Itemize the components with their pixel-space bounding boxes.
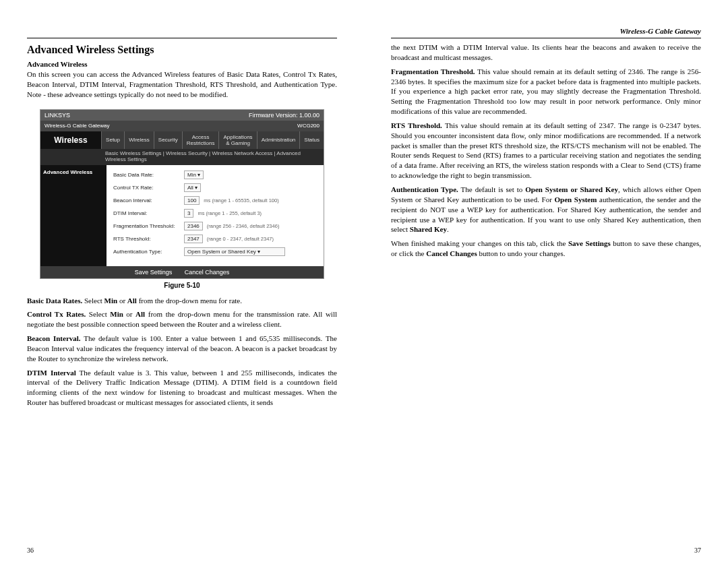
p-continuation: the next DTIM with a DTIM Interval value…: [391, 42, 701, 63]
router-footer: Save Settings Cancel Changes: [40, 266, 324, 278]
select-basic-rate[interactable]: Min ▾: [184, 170, 204, 179]
frag-label: Fragmentation Threshold.: [391, 67, 475, 75]
router-section-label: Wireless: [40, 131, 101, 149]
router-form: Basic Data Rate: Min ▾ Control TX Rate: …: [107, 165, 324, 266]
page-number-right: 37: [694, 547, 701, 554]
figure-caption: Figure 5-10: [27, 282, 337, 289]
tab-security[interactable]: Security: [154, 131, 182, 149]
left-body: Basic Data Rates. Select Min or All from…: [27, 296, 337, 412]
row-dtim: DTIM Interval: 3 ms (range 1 - 255, defa…: [113, 209, 317, 218]
hint-dtim: ms (range 1 - 255, default 3): [198, 210, 262, 216]
cancel-changes-button[interactable]: Cancel Changes: [185, 269, 230, 276]
row-control-tx: Control TX Rate: All ▾: [113, 183, 317, 192]
p-control-tx-rates: Control Tx Rates. Select Min or All from…: [27, 309, 337, 330]
auth-label: Authentication Type.: [391, 185, 458, 193]
p-dtim-interval: DTIM Interval The default value is 3. Th…: [27, 368, 337, 408]
right-page: Wireless-G Cable Gateway the next DTIM w…: [364, 27, 728, 542]
tab-status[interactable]: Status: [299, 131, 324, 149]
label-basic-rate: Basic Data Rate:: [113, 172, 184, 178]
hint-frag: (range 256 - 2346, default 2346): [207, 223, 280, 229]
router-firmware: Firmware Version: 1.00.00: [249, 112, 320, 119]
router-screenshot: LINKSYS Firmware Version: 1.00.00 Wirele…: [40, 109, 324, 279]
input-rts[interactable]: 2347: [184, 235, 203, 243]
router-subnav: Basic Wireless Settings | Wireless Secur…: [40, 149, 324, 165]
input-frag[interactable]: 2346: [184, 222, 203, 230]
router-model-bar: Wireless-G Cable Gateway WCG200: [40, 121, 324, 131]
row-beacon: Beacon Interval: 100 ms (range 1 - 65535…: [113, 196, 317, 205]
row-basic-rate: Basic Data Rate: Min ▾: [113, 170, 317, 179]
row-rts: RTS Threshold: 2347 (range 0 - 2347, def…: [113, 235, 317, 243]
p-beacon-interval: Beacon Interval. The default value is 10…: [27, 334, 337, 364]
intro-paragraph: On this screen you can access the Advanc…: [27, 69, 337, 104]
bdr-label: Basic Data Rates.: [27, 296, 82, 305]
label-control-tx: Control TX Rate:: [113, 185, 184, 191]
intro-text: On this screen you can access the Advanc…: [27, 69, 337, 100]
input-beacon[interactable]: 100: [184, 196, 200, 205]
row-frag: Fragmentation Threshold: 2346 (range 256…: [113, 222, 317, 230]
tab-wireless[interactable]: Wireless: [124, 131, 154, 149]
label-rts: RTS Threshold:: [113, 236, 184, 242]
sub-title: Advanced Wireless: [27, 60, 337, 68]
tab-apps[interactable]: Applications & Gaming: [218, 131, 256, 149]
router-model-line: Wireless-G Cable Gateway: [44, 123, 109, 129]
label-auth: Authentication Type:: [113, 249, 184, 255]
ctr-label: Control Tx Rates.: [27, 310, 86, 318]
beacon-label: Beacon Interval.: [27, 334, 81, 342]
input-dtim[interactable]: 3: [184, 209, 193, 218]
router-tabs: Setup Wireless Security Access Restricti…: [101, 131, 324, 149]
tab-access[interactable]: Access Restrictions: [182, 131, 219, 149]
section-title: Advanced Wireless Settings: [27, 44, 337, 56]
p-save: When finished making your changes on thi…: [391, 239, 701, 259]
router-nav: Wireless Setup Wireless Security Access …: [40, 131, 324, 149]
p-rts: RTS Threshold. This value should remain …: [391, 121, 701, 181]
label-dtim: DTIM Interval:: [113, 210, 184, 216]
left-page: Wireless-G Cable Gateway Advanced Wirele…: [0, 27, 364, 542]
router-brand: LINKSYS: [44, 112, 70, 119]
hint-rts: (range 0 - 2347, default 2347): [207, 236, 274, 242]
router-model-code: WCG200: [297, 123, 320, 129]
dtim-label: DTIM Interval: [27, 369, 76, 377]
select-control-tx[interactable]: All ▾: [184, 183, 201, 192]
tab-setup[interactable]: Setup: [101, 131, 124, 149]
p-basic-data-rates: Basic Data Rates. Select Min or All from…: [27, 296, 337, 306]
row-auth: Authentication Type: Open System or Shar…: [113, 247, 317, 256]
select-auth[interactable]: Open System or Shared Key ▾: [184, 247, 285, 256]
label-frag: Fragmentation Threshold:: [113, 223, 184, 229]
right-header: Wireless-G Cable Gateway: [391, 27, 701, 35]
p-frag: Fragmentation Threshold. This value shou…: [391, 67, 701, 117]
right-body: the next DTIM with a DTIM Interval value…: [391, 42, 701, 263]
p-auth: Authentication Type. The default is set …: [391, 185, 701, 235]
header-rule-right: [391, 38, 701, 38]
page-number-left: 36: [27, 547, 34, 554]
router-side-label: Advanced Wireless: [40, 165, 107, 266]
page-spread: Wireless-G Cable Gateway Advanced Wirele…: [0, 0, 728, 562]
header-rule: [27, 38, 337, 38]
label-beacon: Beacon Interval:: [113, 197, 184, 204]
router-body: Advanced Wireless Basic Data Rate: Min ▾…: [40, 165, 324, 266]
rts-label: RTS Threshold.: [391, 121, 442, 129]
hint-beacon: ms (range 1 - 65535, default 100): [204, 197, 278, 204]
tab-admin[interactable]: Administration: [257, 131, 300, 149]
router-top-bar: LINKSYS Firmware Version: 1.00.00: [40, 110, 324, 121]
save-settings-button[interactable]: Save Settings: [135, 269, 173, 276]
